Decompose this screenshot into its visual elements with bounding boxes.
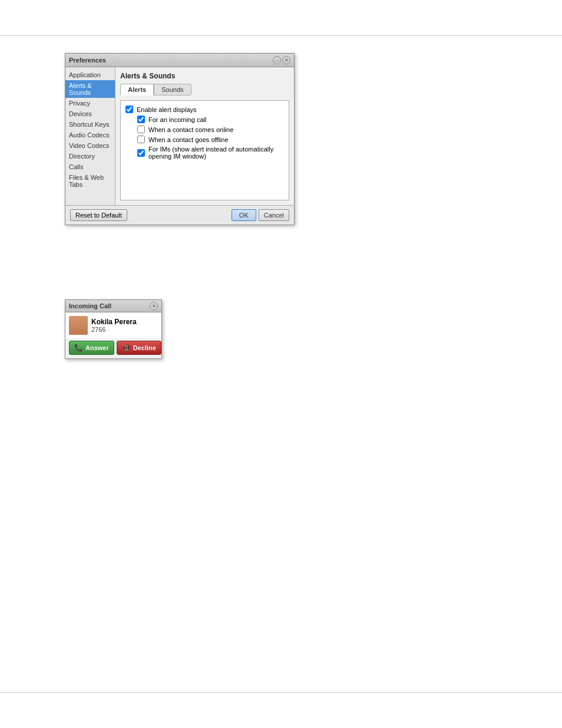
sidebar-item-privacy[interactable]: Privacy (65, 98, 115, 108)
footer-right-buttons: OK Cancel (232, 209, 289, 221)
sidebar-item-files-web-tabs[interactable]: Files & Web Tabs (65, 172, 115, 190)
ims-alert-label: For IMs (show alert instead of automatic… (148, 146, 284, 160)
sidebar-item-shortcut-keys[interactable]: Shortcut Keys (65, 119, 115, 130)
answer-phone-icon: 📞 (74, 344, 83, 352)
close-button[interactable]: ✕ (282, 56, 290, 64)
bottom-divider (0, 692, 562, 693)
ok-button[interactable]: OK (232, 209, 256, 221)
section-title: Alerts & Sounds (120, 72, 289, 80)
cancel-button[interactable]: Cancel (259, 209, 289, 221)
preferences-dialog: Preferences — ✕ Application Alerts & Sou… (65, 53, 295, 225)
incoming-call-row: For an incoming call (137, 116, 284, 123)
ims-alert-row: For IMs (show alert instead of automatic… (137, 146, 284, 160)
dialog-controls: — ✕ (273, 56, 290, 64)
answer-label: Answer (85, 344, 109, 351)
enable-alerts-row: Enable alert displays (125, 106, 284, 113)
caller-avatar (69, 316, 88, 335)
sidebar-item-directory[interactable]: Directory (65, 151, 115, 162)
contact-offline-checkbox[interactable] (137, 136, 145, 143)
preferences-sidebar: Application Alerts & Sounds Privacy Devi… (65, 67, 115, 205)
contact-offline-row: When a contact goes offline (137, 136, 284, 143)
incoming-call-close-button[interactable]: ✕ (150, 302, 158, 310)
sidebar-item-audio-codecs[interactable]: Audio Codecs (65, 130, 115, 140)
alerts-content-panel: Enable alert displays For an incoming ca… (120, 100, 289, 200)
contact-online-row: When a contact comes online (137, 126, 284, 133)
incoming-call-body: Kokila Perera 2766 (65, 312, 161, 338)
incoming-call-label: For an incoming call (148, 116, 206, 123)
caller-info: Kokila Perera 2766 (91, 318, 137, 333)
incoming-call-widget: Incoming Call ✕ Kokila Perera 2766 📞 Ans… (65, 299, 162, 359)
dialog-body: Application Alerts & Sounds Privacy Devi… (65, 67, 294, 205)
preferences-titlebar: Preferences — ✕ (65, 54, 294, 67)
dialog-content-area: Alerts & Sounds Alerts Sounds Enable ale… (115, 67, 294, 205)
minimize-button[interactable]: — (273, 56, 281, 64)
avatar-image (69, 316, 88, 335)
sidebar-item-alerts-sounds[interactable]: Alerts & Sounds (65, 80, 115, 98)
decline-phone-icon: 📵 (122, 344, 131, 352)
dialog-footer: Reset to Default OK Cancel (65, 205, 294, 225)
ims-alert-checkbox[interactable] (137, 149, 145, 157)
incoming-call-titlebar: Incoming Call ✕ (65, 300, 161, 312)
incoming-call-title: Incoming Call (69, 302, 111, 309)
decline-label: Decline (133, 344, 156, 351)
reset-to-default-button[interactable]: Reset to Default (70, 209, 127, 221)
preferences-title: Preferences (69, 57, 106, 64)
enable-alerts-label: Enable alert displays (137, 106, 197, 113)
caller-number: 2766 (91, 326, 137, 333)
top-divider (0, 35, 562, 36)
sidebar-item-calls[interactable]: Calls (65, 162, 115, 172)
sidebar-item-devices[interactable]: Devices (65, 108, 115, 119)
incoming-call-buttons: 📞 Answer 📵 Decline (65, 338, 161, 358)
contact-online-checkbox[interactable] (137, 126, 145, 133)
contact-online-label: When a contact comes online (148, 126, 233, 133)
tab-sounds[interactable]: Sounds (154, 84, 191, 95)
sidebar-item-video-codecs[interactable]: Video Codecs (65, 140, 115, 151)
caller-name: Kokila Perera (91, 318, 137, 326)
enable-alerts-checkbox[interactable] (125, 106, 133, 113)
contact-offline-label: When a contact goes offline (148, 136, 229, 143)
tab-alerts[interactable]: Alerts (120, 84, 154, 95)
decline-button[interactable]: 📵 Decline (117, 341, 161, 355)
alerts-sounds-tabs: Alerts Sounds (120, 84, 289, 95)
sidebar-item-application[interactable]: Application (65, 70, 115, 80)
incoming-call-checkbox[interactable] (137, 116, 145, 123)
answer-button[interactable]: 📞 Answer (69, 341, 114, 355)
